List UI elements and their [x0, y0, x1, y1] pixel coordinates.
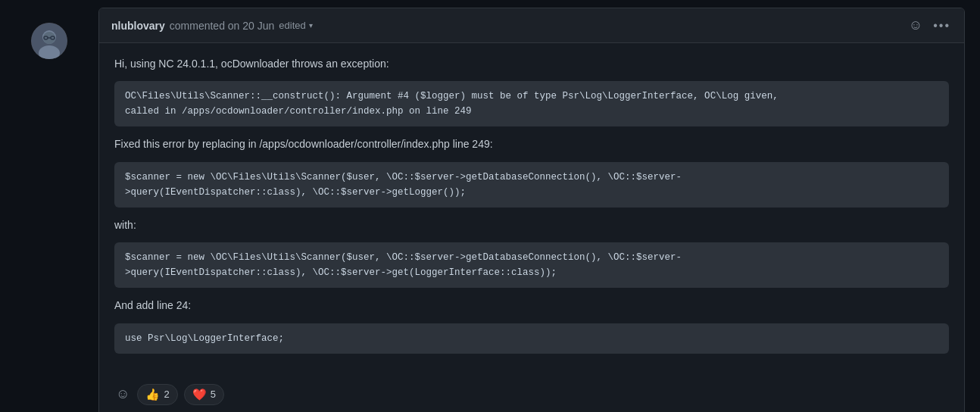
code-block-4: use Psr\Log\LoggerInterface;: [114, 323, 949, 354]
comment-body: Hi, using NC 24.0.1.1, ocDownloader thro…: [99, 43, 964, 375]
code-block-3: $scanner = new \OC\Files\Utils\Scanner($…: [114, 242, 949, 288]
with-label: with:: [114, 217, 949, 233]
username[interactable]: nlublovary: [111, 20, 165, 32]
comment-header: nlublovary commented on 20 Jun edited ▾ …: [99, 8, 964, 43]
edited-badge: edited ▾: [279, 20, 312, 31]
chevron-down-icon[interactable]: ▾: [309, 21, 313, 30]
more-options-button[interactable]: •••: [932, 17, 952, 34]
fix-intro-text: Fixed this error by replacing in /apps/o…: [114, 136, 949, 152]
smiley-icon: ☺: [116, 386, 130, 401]
comment-action: commented on 20 Jun: [170, 20, 275, 32]
comment-header-left: nlublovary commented on 20 Jun edited ▾: [111, 20, 313, 32]
reactions-bar: ☺ 👍 2 ❤️ 5: [99, 375, 964, 412]
emoji-reaction-button[interactable]: ☺: [907, 16, 924, 35]
add-reaction-button[interactable]: ☺: [114, 385, 131, 404]
thumbs-up-reaction[interactable]: 👍 2: [137, 384, 177, 405]
avatar[interactable]: [31, 23, 67, 59]
ellipsis-icon: •••: [933, 19, 950, 33]
heart-emoji: ❤️: [192, 388, 207, 401]
intro-text: Hi, using NC 24.0.1.1, ocDownloader thro…: [114, 55, 949, 72]
heart-count: 5: [211, 389, 216, 400]
heart-reaction[interactable]: ❤️ 5: [184, 384, 224, 405]
comment-container: nlublovary commented on 20 Jun edited ▾ …: [98, 8, 965, 412]
smiley-icon: ☺: [909, 17, 922, 33]
edited-label: edited: [279, 20, 305, 31]
thumbs-up-count: 2: [164, 389, 169, 400]
avatar-area: [0, 8, 98, 59]
code-block-1: OC\Files\Utils\Scanner::__construct(): A…: [114, 81, 949, 126]
code-block-2: $scanner = new \OC\Files\Utils\Scanner($…: [114, 162, 949, 208]
comment-header-right: ☺ •••: [907, 16, 952, 35]
page-wrapper: nlublovary commented on 20 Jun edited ▾ …: [0, 0, 980, 412]
add-line-text: And add line 24:: [114, 297, 949, 314]
thumbs-up-emoji: 👍: [145, 388, 160, 401]
